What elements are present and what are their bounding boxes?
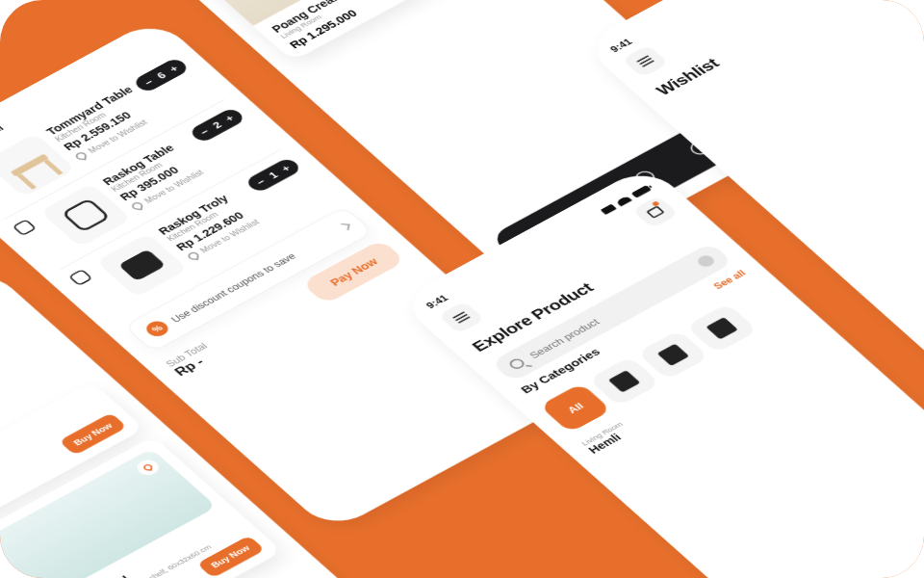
minus-icon[interactable]: −: [253, 176, 268, 187]
mic-icon[interactable]: [695, 253, 717, 269]
menu-icon: [639, 58, 652, 65]
quantity-stepper[interactable]: − 6 +: [132, 57, 191, 93]
sofa-icon: [706, 317, 738, 339]
cart-icon: [646, 205, 665, 218]
table-icon: [656, 344, 689, 366]
plus-icon[interactable]: +: [222, 113, 237, 123]
wishlist-toggle[interactable]: [133, 457, 163, 478]
chevron-right-icon: [340, 223, 349, 230]
heart-icon: [143, 464, 153, 471]
minus-icon[interactable]: −: [141, 76, 156, 87]
checkbox[interactable]: [12, 219, 37, 236]
checkbox[interactable]: [68, 269, 93, 286]
minus-icon[interactable]: −: [197, 126, 212, 137]
heart-icon: [131, 202, 142, 211]
chair-icon: [608, 370, 641, 392]
wishlist-icon[interactable]: [634, 171, 656, 186]
quantity-value: 1: [267, 170, 281, 180]
quantity-value: 2: [210, 119, 224, 130]
percent-icon: %: [142, 319, 172, 340]
cart-badge: [652, 200, 660, 206]
quantity-value: 6: [154, 69, 168, 80]
category-chip[interactable]: [588, 356, 660, 407]
plus-icon[interactable]: +: [167, 63, 181, 73]
plus-icon[interactable]: +: [278, 163, 293, 173]
heart-icon: [188, 251, 199, 260]
heart-icon: [75, 152, 87, 161]
